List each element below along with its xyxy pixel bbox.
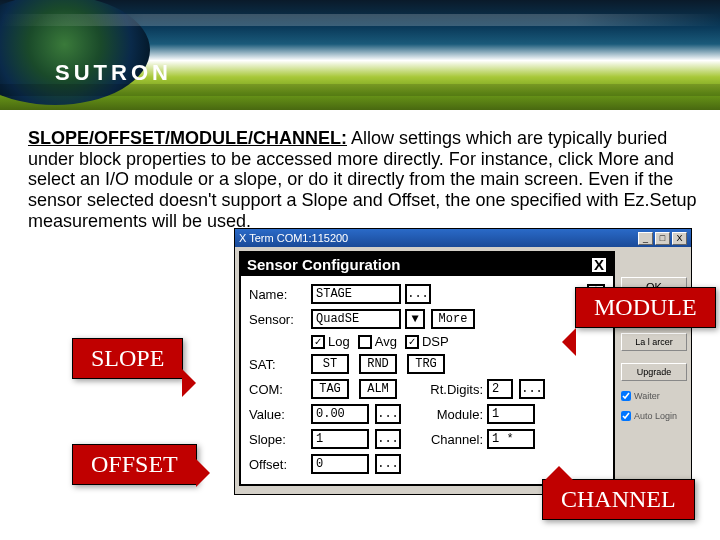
close-window-button[interactable]: X xyxy=(672,232,687,245)
sensor-config-dialog: Sensor Configuration X Name: STAGE ... ▲… xyxy=(239,251,615,486)
tag-button[interactable]: TAG xyxy=(311,379,349,399)
callout-channel: CHANNEL xyxy=(542,479,695,520)
maximize-button[interactable]: □ xyxy=(655,232,670,245)
callout-offset: OFFSET xyxy=(72,444,197,485)
rnd-button[interactable]: RND xyxy=(359,354,397,374)
check-icon: ✓ xyxy=(405,335,419,349)
autologin-checkbox[interactable]: Auto Login xyxy=(621,411,687,421)
xterm-titlebar[interactable]: X Term COM1:115200 _ □ X xyxy=(235,229,691,247)
offset-field[interactable]: 0 xyxy=(311,454,369,474)
slope-more-button[interactable]: ... xyxy=(375,429,401,449)
module-label: Module: xyxy=(425,407,487,422)
trg-button[interactable]: TRG xyxy=(407,354,445,374)
name-label: Name: xyxy=(249,287,311,302)
sat-label: SAT: xyxy=(249,357,311,372)
dsp-checkbox[interactable]: ✓DSP xyxy=(405,334,449,349)
channel-label: Channel: xyxy=(425,432,487,447)
xterm-title-text: X Term COM1:115200 xyxy=(239,232,636,244)
name-more-button[interactable]: ... xyxy=(405,284,431,304)
avg-checkbox[interactable]: Avg xyxy=(358,334,397,349)
lamarker-button[interactable]: La l arcer xyxy=(621,333,687,351)
callout-module: MODULE xyxy=(575,287,716,328)
alm-button[interactable]: ALM xyxy=(359,379,397,399)
minimize-button[interactable]: _ xyxy=(638,232,653,245)
slope-field[interactable]: 1 xyxy=(311,429,369,449)
rtdigits-label: Rt.Digits: xyxy=(411,382,487,397)
offset-label: Offset: xyxy=(249,457,311,472)
value-field[interactable]: 0.00 xyxy=(311,404,369,424)
check-icon: ✓ xyxy=(311,335,325,349)
upgrade-button[interactable]: Upgrade xyxy=(621,363,687,381)
com-label: COM: xyxy=(249,382,311,397)
offset-more-button[interactable]: ... xyxy=(375,454,401,474)
checkbox-icon xyxy=(358,335,372,349)
name-field[interactable]: STAGE xyxy=(311,284,401,304)
description-paragraph: SLOPE/OFFSET/MODULE/CHANNEL: Allow setti… xyxy=(28,128,700,231)
value-label: Value: xyxy=(249,407,311,422)
channel-field[interactable]: 1 * xyxy=(487,429,535,449)
wait-checkbox[interactable]: Waiter xyxy=(621,391,687,401)
dialog-titlebar: Sensor Configuration X xyxy=(241,253,613,276)
value-more-button[interactable]: ... xyxy=(375,404,401,424)
dialog-title-text: Sensor Configuration xyxy=(247,256,400,273)
sensor-field[interactable]: QuadSE xyxy=(311,309,401,329)
header-banner: SUTRON xyxy=(0,0,720,110)
module-field[interactable]: 1 xyxy=(487,404,535,424)
xterm-window: X Term COM1:115200 _ □ X Sensor Configur… xyxy=(234,228,692,495)
dialog-close-button[interactable]: X xyxy=(591,257,607,273)
logo-text: SUTRON xyxy=(55,60,172,86)
st-button[interactable]: ST xyxy=(311,354,349,374)
paragraph-heading: SLOPE/OFFSET/MODULE/CHANNEL: xyxy=(28,128,347,148)
callout-slope: SLOPE xyxy=(72,338,183,379)
sensor-more-button[interactable]: More xyxy=(431,309,475,329)
sensor-dropdown-button[interactable]: ▼ xyxy=(405,309,425,329)
log-checkbox[interactable]: ✓Log xyxy=(311,334,350,349)
slope-label: Slope: xyxy=(249,432,311,447)
rtdigits-more-button[interactable]: ... xyxy=(519,379,545,399)
rtdigits-field[interactable]: 2 xyxy=(487,379,513,399)
sensor-label: Sensor: xyxy=(249,312,311,327)
